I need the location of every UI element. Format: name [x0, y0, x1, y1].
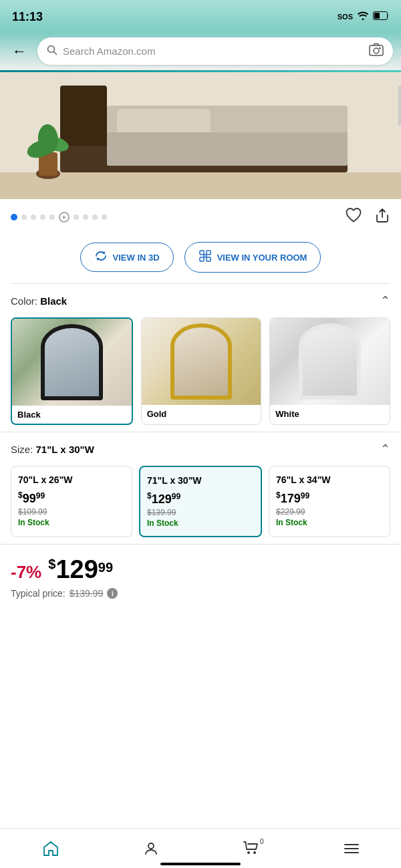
- nav-cart[interactable]: 0: [229, 838, 273, 863]
- swatch-gold-label: Gold: [142, 405, 261, 423]
- color-label: Color:: [11, 295, 40, 307]
- price-section: -7% $12999 Typical price: $139.99 i: [0, 544, 401, 607]
- dot-10[interactable]: [102, 214, 107, 220]
- cart-count: 0: [260, 838, 264, 845]
- size-card-2[interactable]: 71"L x 30"W $12999 $139.99 In Stock: [139, 466, 262, 537]
- info-icon[interactable]: i: [107, 588, 118, 599]
- size-label: Size:: [11, 444, 36, 455]
- search-placeholder: Search Amazon.com: [63, 45, 364, 57]
- nav-menu[interactable]: [330, 839, 373, 862]
- sos-label: SOS: [338, 13, 353, 21]
- swatch-white-label: White: [270, 405, 390, 423]
- size-orig-3: $229.99: [276, 507, 383, 517]
- view-room-button[interactable]: VIEW IN YOUR ROOM: [184, 242, 321, 273]
- action-icons: [345, 207, 390, 227]
- swatch-white[interactable]: White: [269, 317, 390, 425]
- typical-label: Typical price:: [11, 588, 65, 599]
- wishlist-button[interactable]: [345, 207, 362, 227]
- svg-rect-10: [60, 86, 107, 146]
- dot-5[interactable]: [49, 214, 55, 220]
- size-price-3: $17999: [276, 490, 383, 506]
- size-selected: 71"L x 30"W: [36, 444, 94, 455]
- dots-actions-bar: [0, 199, 401, 235]
- dot-3[interactable]: [31, 214, 36, 220]
- svg-rect-22: [207, 257, 211, 261]
- dot-1[interactable]: [11, 214, 17, 221]
- product-image-area: [0, 72, 401, 199]
- size-orig-1: $109.99: [18, 507, 125, 517]
- color-selected: Black: [40, 295, 67, 307]
- back-button[interactable]: ←: [8, 41, 31, 61]
- swatch-gold-image: [142, 318, 261, 405]
- share-button[interactable]: [374, 207, 390, 227]
- size-chevron-icon: ⌃: [380, 442, 390, 456]
- color-section: Color: Black ⌃ Black Gold White: [0, 284, 401, 432]
- ar-buttons-row: VIEW IN 3D VIEW IN YOUR ROOM: [0, 235, 401, 283]
- size-stock-2: In Stock: [147, 519, 254, 528]
- size-card-1[interactable]: 70"L x 26"W $9999 $109.99 In Stock: [11, 466, 132, 537]
- size-cards: 70"L x 26"W $9999 $109.99 In Stock 71"L …: [11, 466, 390, 537]
- status-bar: 11:13 SOS: [0, 0, 401, 32]
- product-image: [0, 72, 401, 199]
- view-3d-label: VIEW IN 3D: [113, 253, 160, 263]
- size-card-3[interactable]: 76"L x 34"W $17999 $229.99 In Stock: [269, 466, 390, 537]
- status-icons: SOS: [338, 11, 389, 23]
- home-icon: [42, 841, 59, 861]
- dot-8[interactable]: [83, 214, 88, 220]
- svg-point-5: [374, 48, 379, 53]
- search-bar[interactable]: Search Amazon.com: [37, 37, 393, 65]
- svg-rect-21: [200, 257, 204, 261]
- size-price-1: $9999: [18, 490, 125, 506]
- size-price-2: $12999: [147, 491, 254, 507]
- browser-bar: ← Search Amazon.com: [0, 32, 401, 70]
- size-label-2: 71"L x 30"W: [147, 475, 254, 486]
- account-icon: [143, 841, 159, 861]
- search-icon: [47, 45, 57, 58]
- dot-video[interactable]: [59, 212, 70, 223]
- size-stock-1: In Stock: [18, 518, 125, 527]
- size-label-1: 70"L x 26"W: [18, 474, 125, 485]
- camera-button[interactable]: [369, 43, 384, 59]
- swatch-black-label: Black: [12, 406, 132, 424]
- home-indicator: [160, 863, 241, 865]
- swatch-white-image: [270, 318, 390, 405]
- svg-point-25: [247, 851, 250, 854]
- typical-price-value: $139.99: [70, 588, 104, 599]
- current-price: $12999: [48, 555, 113, 584]
- dot-9[interactable]: [92, 214, 98, 220]
- color-title: Color: Black: [11, 295, 67, 307]
- menu-icon: [344, 842, 360, 859]
- typical-price-row: Typical price: $139.99 i: [11, 588, 390, 599]
- battery-icon: [373, 11, 389, 23]
- bottom-spacer: [0, 607, 401, 654]
- cart-icon: 0: [243, 841, 260, 861]
- svg-point-26: [253, 851, 256, 854]
- wifi-icon: [357, 11, 369, 23]
- scrollbar[interactable]: [398, 86, 401, 126]
- main-price-row: -7% $12999: [11, 555, 390, 584]
- nav-home[interactable]: [29, 838, 73, 863]
- dot-7[interactable]: [74, 214, 79, 220]
- status-time: 11:13: [12, 10, 43, 24]
- rotate-icon: [94, 250, 108, 265]
- mirror-black-art: [12, 319, 132, 406]
- size-label-3: 76"L x 34"W: [276, 474, 383, 485]
- nav-account[interactable]: [130, 838, 172, 863]
- dot-2[interactable]: [21, 214, 27, 220]
- svg-line-3: [54, 51, 57, 54]
- svg-rect-6: [379, 47, 381, 49]
- bottom-nav: 0: [0, 828, 401, 868]
- svg-rect-7: [0, 172, 401, 199]
- swatch-gold[interactable]: Gold: [141, 317, 262, 425]
- svg-point-23: [204, 255, 207, 257]
- view-3d-button[interactable]: VIEW IN 3D: [80, 243, 174, 272]
- dot-4[interactable]: [40, 214, 45, 220]
- svg-rect-19: [200, 251, 204, 255]
- swatch-black[interactable]: Black: [11, 317, 133, 425]
- swatch-black-image: [12, 319, 132, 406]
- size-section-header: Size: 71"L x 30"W ⌃: [11, 442, 390, 456]
- color-chevron-icon: ⌃: [380, 293, 390, 308]
- size-title: Size: 71"L x 30"W: [11, 444, 94, 455]
- view-room-label: VIEW IN YOUR ROOM: [217, 253, 307, 263]
- mirror-white-art: [270, 318, 390, 405]
